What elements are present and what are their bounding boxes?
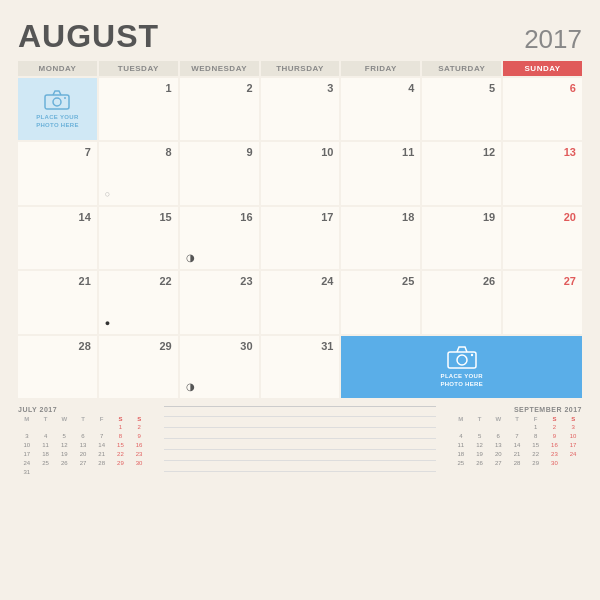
day-num-8: 8 [166,146,172,158]
day-num-11: 11 [402,146,414,158]
photo-placeholder-main: PLACE YOURPHOTO HERE [18,78,97,140]
photo-text-blue: PLACE YOURPHOTO HERE [440,373,483,389]
bottom-section: JULY 2017 M T W T F S S 1 2 3 4 5 [18,406,582,476]
day-num-4: 4 [408,82,414,94]
calendar-grid: PLACE YOURPHOTO HERE 1 2 3 4 5 6 7 8 ○ 9… [18,78,582,398]
day-cell-28: 28 [18,336,97,398]
day-cell-27: 27 [503,271,582,333]
day-num-13: 13 [564,146,576,158]
day-num-18: 18 [402,211,414,223]
day-num-25: 25 [402,275,414,287]
month-title: AUGUST [18,18,159,55]
day-cell-8: 8 ○ [99,142,178,204]
day-num-12: 12 [483,146,495,158]
moon-icon-30: ◑ [186,381,195,392]
day-cell-photo-july: PLACE YOURPHOTO HERE [18,78,97,140]
day-cell-7: 7 [18,142,97,204]
day-num-29: 29 [159,340,171,352]
day-cell-20: 20 [503,207,582,269]
day-num-31: 31 [321,340,333,352]
day-cell-26: 26 [422,271,501,333]
day-cell-25: 25 [341,271,420,333]
day-num-3: 3 [327,82,333,94]
day-num-26: 26 [483,275,495,287]
note-line-3 [164,429,436,439]
day-cell-15: 15 [99,207,178,269]
day-num-9: 9 [246,146,252,158]
year-title: 2017 [524,24,582,55]
day-cell-4: 4 [341,78,420,140]
day-num-15: 15 [159,211,171,223]
day-header-tue: TUESDAY [99,61,178,76]
day-num-6: 6 [570,82,576,94]
svg-point-1 [53,98,61,106]
moon-icon-22: ● [105,318,110,328]
day-num-19: 19 [483,211,495,223]
camera-icon-main [43,89,71,111]
day-cell-22: 22 ● [99,271,178,333]
day-cell-17: 17 [261,207,340,269]
day-cell-23: 23 [180,271,259,333]
day-num-24: 24 [321,275,333,287]
day-header-thu: THURSDAY [261,61,340,76]
moon-icon-16: ◑ [186,252,195,263]
day-num-2: 2 [246,82,252,94]
day-num-20: 20 [564,211,576,223]
day-header-sat: SATURDAY [422,61,501,76]
calendar-header: AUGUST 2017 [18,18,582,55]
day-cell-29: 29 [99,336,178,398]
day-cell-3: 3 [261,78,340,140]
calendar-wrapper: AUGUST 2017 MONDAY TUESDAY WEDNESDAY THU… [0,0,600,600]
day-num-16: 16 [240,211,252,223]
day-num-1: 1 [166,82,172,94]
day-cell-11: 11 [341,142,420,204]
day-num-23: 23 [240,275,252,287]
svg-point-5 [471,354,473,356]
day-header-wed: WEDNESDAY [180,61,259,76]
day-num-10: 10 [321,146,333,158]
day-num-28: 28 [79,340,91,352]
day-header-mon: MONDAY [18,61,97,76]
day-num-27: 27 [564,275,576,287]
day-cell-10: 10 [261,142,340,204]
day-cell-5: 5 [422,78,501,140]
day-num-21: 21 [79,275,91,287]
day-cell-16: 16 ◑ [180,207,259,269]
day-cell-6: 6 [503,78,582,140]
note-line-1 [164,407,436,417]
day-cell-30: 30 ◑ [180,336,259,398]
photo-text-main: PLACE YOURPHOTO HERE [36,114,79,130]
day-cell-19: 19 [422,207,501,269]
day-cell-18: 18 [341,207,420,269]
notes-section [164,406,436,476]
day-cell-9: 9 [180,142,259,204]
photo-placeholder-blue: PLACE YOURPHOTO HERE [341,336,582,398]
mini-july-grid: M T W T F S S 1 2 3 4 5 6 7 [18,416,148,476]
day-num-7: 7 [85,146,91,158]
mini-calendar-sep: SEPTEMBER 2017 M T W T F S S 1 2 3 4 5 [452,406,582,476]
day-num-22: 22 [159,275,171,287]
mini-july-title: JULY 2017 [18,406,148,413]
note-line-5 [164,451,436,461]
day-cell-13: 13 [503,142,582,204]
mini-sep-grid: M T W T F S S 1 2 3 4 5 6 7 8 [452,416,582,467]
day-cell-12: 12 [422,142,501,204]
day-header-sun: SUNDAY [503,61,582,76]
day-num-14: 14 [79,211,91,223]
day-cell-1: 1 [99,78,178,140]
day-num-17: 17 [321,211,333,223]
note-line-6 [164,462,436,472]
day-cell-24: 24 [261,271,340,333]
day-cell-21: 21 [18,271,97,333]
mini-calendar-july: JULY 2017 M T W T F S S 1 2 3 4 5 [18,406,148,476]
svg-point-2 [64,97,66,99]
note-line-2 [164,418,436,428]
day-cell-photo-blue: PLACE YOURPHOTO HERE [341,336,582,398]
camera-icon-blue [446,345,478,370]
note-line-4 [164,440,436,450]
day-headers: MONDAY TUESDAY WEDNESDAY THURSDAY FRIDAY… [18,61,582,76]
mini-sep-title: SEPTEMBER 2017 [452,406,582,413]
svg-point-4 [457,355,467,365]
moon-icon-8: ○ [105,189,110,199]
day-header-fri: FRIDAY [341,61,420,76]
